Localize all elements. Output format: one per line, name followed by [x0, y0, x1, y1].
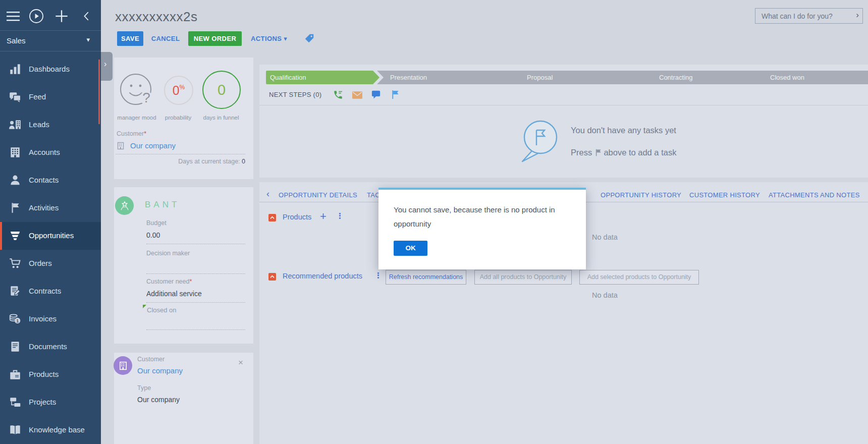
recommended-no-data: No data: [592, 291, 618, 299]
customer-field-label: Customer*: [117, 130, 146, 137]
add-email-icon[interactable]: [352, 91, 362, 101]
recommended-collapse-toggle[interactable]: [268, 273, 276, 281]
sidebar-item-products[interactable]: Products: [0, 361, 101, 388]
dialog-accent-bar: [378, 188, 586, 190]
cancel-button[interactable]: CANCEL: [150, 31, 181, 46]
sidebar-item-accounts[interactable]: Accounts: [0, 139, 101, 166]
add-call-icon[interactable]: [333, 90, 343, 100]
sidebar-item-dashboards[interactable]: Dashboards: [0, 56, 101, 83]
sidebar-item-orders[interactable]: Orders: [0, 250, 101, 278]
flag-icon: [594, 149, 602, 156]
products-collapse-toggle[interactable]: [268, 214, 276, 221]
svg-text:?: ?: [142, 90, 150, 105]
expand-panel-tab[interactable]: ›: [101, 52, 113, 81]
add-task-icon[interactable]: [391, 90, 401, 100]
sidebar-item-knowledge-base[interactable]: Knowledge base: [0, 416, 101, 444]
chevron-right-icon[interactable]: ›: [856, 10, 859, 20]
stage-proposal[interactable]: Proposal: [514, 71, 658, 84]
accounts-icon: [9, 146, 22, 159]
tag-icon[interactable]: [304, 33, 315, 46]
probability-ring[interactable]: 0%: [164, 76, 193, 105]
actions-dropdown[interactable]: ACTIONS ▾: [251, 31, 287, 46]
sidebar-item-label: Dashboards: [29, 65, 70, 73]
sidebar-item-projects[interactable]: Projects: [0, 388, 101, 416]
save-button[interactable]: SAVE: [117, 31, 143, 46]
new-order-button[interactable]: NEW ORDER: [188, 31, 242, 46]
tab-attachments-and-notes[interactable]: ATTACHMENTS AND NOTES: [769, 191, 860, 199]
tab-opportunity-details[interactable]: OPPORTUNITY DETAILS: [279, 191, 357, 199]
dialog-message: You cannot save, because there is no pro…: [394, 203, 565, 231]
sidebar-item-leads[interactable]: Leads: [0, 111, 101, 139]
tasks-empty-line2: Press above to add a task: [571, 148, 676, 157]
add-record-icon[interactable]: [52, 7, 71, 25]
leads-icon: [9, 118, 22, 131]
bant-title: BANT: [145, 200, 180, 210]
closed-on-label: Closed on: [147, 306, 177, 314]
probability-unit: %: [180, 84, 185, 91]
budget-label: Budget: [146, 219, 167, 227]
invoices-icon: 1: [9, 312, 22, 325]
stage-qualification[interactable]: Qualification: [266, 71, 379, 84]
account-icon: [117, 142, 125, 152]
sidebar-item-label: Feed: [29, 92, 46, 101]
close-icon[interactable]: ×: [238, 359, 243, 366]
sidebar-item-opportunities[interactable]: Opportunities: [0, 222, 101, 250]
opportunity-page: Sales ▾ Dashboards Feed Leads Accounts C…: [0, 0, 868, 444]
recommended-menu-kebab-icon[interactable]: ⋮: [374, 271, 382, 280]
sidebar-item-contacts[interactable]: Contacts: [0, 166, 101, 194]
customer-need-value[interactable]: Additional service: [146, 290, 202, 298]
products-menu-kebab-icon[interactable]: ⋮: [336, 211, 344, 220]
validation-dialog: You cannot save, because there is no pro…: [378, 188, 586, 269]
stage-label: Closed won: [770, 74, 804, 81]
dialog-ok-button[interactable]: OK: [394, 241, 427, 256]
assistant-placeholder: What can I do for you?: [762, 12, 833, 20]
customer-need-label: Customer need*: [146, 278, 192, 285]
tasks-empty-icon: [520, 119, 561, 165]
assistant-search-input[interactable]: What can I do for you? ›: [755, 8, 863, 24]
sidebar-item-label: Documents: [29, 342, 67, 351]
stage-label: Qualification: [270, 74, 306, 81]
field-underline: [146, 302, 245, 303]
customer-card-link[interactable]: Our company: [137, 366, 183, 375]
next-steps-title: NEXT STEPS (0): [269, 91, 321, 98]
stage-label: Proposal: [527, 74, 553, 81]
add-all-products-button[interactable]: Add all products to Opportunity: [474, 270, 572, 285]
bant-stage-icon: [115, 196, 134, 215]
knowledge-base-icon: [9, 423, 22, 436]
customer-card-label: Customer: [137, 356, 165, 363]
recommended-section-title[interactable]: Recommended products: [283, 272, 362, 280]
menu-hamburger-icon[interactable]: [4, 7, 22, 25]
tab-opportunity-history[interactable]: OPPORTUNITY HISTORY: [601, 191, 681, 199]
customer-field-value[interactable]: Our company: [130, 141, 176, 150]
sidebar-item-contracts[interactable]: Contracts: [0, 278, 101, 305]
required-marker: *: [189, 278, 192, 285]
add-message-icon[interactable]: [371, 90, 382, 100]
sidebar-item-feed[interactable]: Feed: [0, 83, 101, 111]
activities-icon: [9, 201, 22, 214]
stage-contracting[interactable]: Contracting: [646, 71, 769, 84]
sidebar-item-documents[interactable]: Documents: [0, 333, 101, 361]
run-process-icon[interactable]: [27, 7, 45, 25]
sidebar-scrollbar[interactable]: [98, 60, 100, 124]
days-in-funnel-ring: 0: [202, 71, 241, 109]
budget-value[interactable]: 0.00: [146, 231, 160, 239]
products-section-title[interactable]: Products: [283, 213, 311, 221]
sidebar-item-label: Contacts: [29, 176, 59, 184]
type-value: Our company: [137, 396, 180, 404]
sidebar-item-label: Opportunities: [29, 231, 74, 240]
collapse-sidebar-icon[interactable]: [78, 7, 96, 25]
tabs-scroll-left-icon[interactable]: ‹: [266, 189, 269, 199]
manager-mood-icon[interactable]: ?: [118, 72, 155, 112]
add-product-icon[interactable]: +: [320, 210, 327, 223]
add-selected-products-button[interactable]: Add selected products to Opportunity: [579, 270, 699, 285]
workplace-label: Sales: [7, 36, 26, 45]
tab-customer-history[interactable]: CUSTOMER HISTORY: [689, 191, 760, 199]
stage-closed-won[interactable]: Closed won: [757, 71, 868, 84]
refresh-recommendations-button[interactable]: Refresh recommendations: [386, 270, 466, 285]
field-underline: [146, 273, 245, 274]
workplace-selector[interactable]: Sales ▾: [0, 31, 101, 51]
orders-icon: [9, 257, 22, 270]
sidebar-item-activities[interactable]: Activities: [0, 194, 101, 222]
sidebar-item-invoices[interactable]: 1 Invoices: [0, 305, 101, 333]
stage-presentation[interactable]: Presentation: [377, 71, 525, 84]
